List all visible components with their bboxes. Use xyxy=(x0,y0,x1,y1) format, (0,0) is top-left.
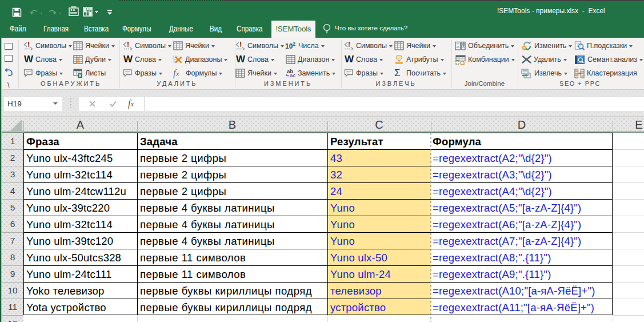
svg-text:ac: ac xyxy=(290,72,295,78)
svg-text:2: 2 xyxy=(293,41,295,47)
svg-text:10: 10 xyxy=(285,42,293,50)
